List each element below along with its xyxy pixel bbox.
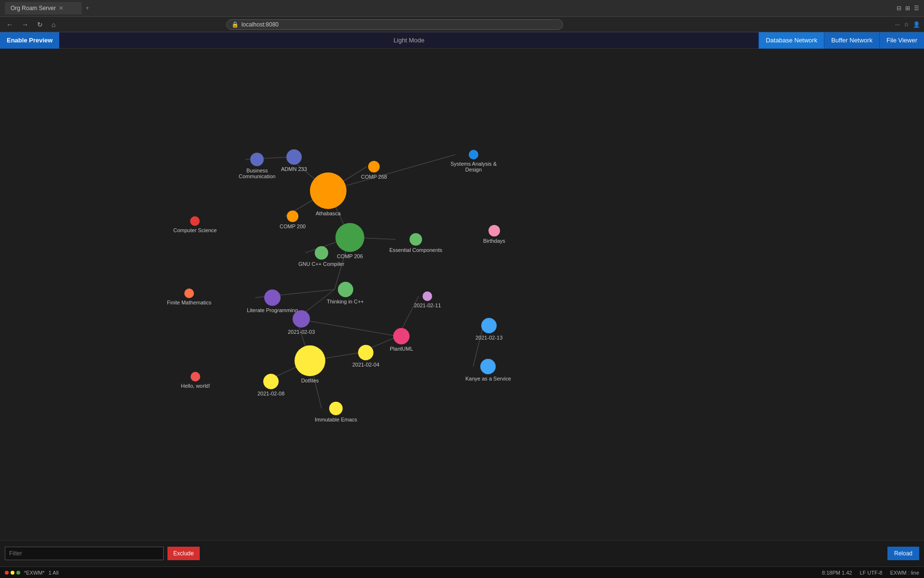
reload-browser-button[interactable]: ↻ (35, 20, 45, 29)
node-hello-world[interactable]: Hello, world! (181, 372, 210, 389)
node-circle-hello-world (191, 372, 200, 381)
status-right: 8:18PM 1.42 LF UTF-8 EXWM : line (822, 570, 919, 576)
node-label-immutable-emacs: Immutable Emacs (315, 417, 357, 422)
toolbar-right: Database Network Buffer Network File Vie… (758, 32, 924, 49)
file-viewer-button[interactable]: File Viewer (879, 32, 924, 49)
split-icon[interactable]: ⊞ (905, 5, 910, 12)
node-label-admn-233: ADMN 233 (281, 166, 307, 172)
node-label-2021-02-13: 2021-02-13 (475, 335, 502, 341)
node-gnu-cpp[interactable]: GNU C++ Compiler (298, 246, 344, 267)
node-label-birthdays: Birthdays (483, 238, 505, 244)
node-circle-immutable-emacs (329, 402, 343, 415)
node-circle-2021-02-03 (293, 310, 310, 328)
bookmark-icon[interactable]: ☆ (904, 21, 909, 28)
node-2021-02-03[interactable]: 2021-02-03 (288, 310, 315, 335)
browser-addressbar: ← → ↻ ⌂ 🔒 localhost:8080 ··· ☆ 👤 (0, 17, 924, 32)
node-circle-birthdays (488, 225, 500, 236)
browser-tab[interactable]: Org Roam Server ✕ (5, 2, 82, 14)
node-2021-02-13[interactable]: 2021-02-13 (475, 318, 502, 341)
dot-red (5, 571, 9, 575)
node-immutable-emacs[interactable]: Immutable Emacs (315, 402, 357, 422)
node-business-communication[interactable]: BusinessCommunication (239, 153, 275, 179)
workspace-name: *EXWM* (24, 570, 45, 576)
node-circle-kanye-as-a-service (480, 359, 496, 374)
status-dots (5, 571, 20, 575)
tab-close-btn[interactable]: ✕ (59, 5, 64, 12)
app-toolbar: Enable Preview Light Mode Database Netwo… (0, 32, 924, 49)
reload-button[interactable]: Reload (887, 547, 919, 560)
node-label-business-communication: BusinessCommunication (239, 168, 275, 179)
node-label-dotfiles: Dotfiles (301, 378, 319, 383)
node-label-computer-science: Computer Science (173, 227, 217, 233)
mode-display: EXWM : line (890, 570, 919, 576)
node-circle-literate-programming (264, 289, 281, 306)
enable-preview-button[interactable]: Enable Preview (0, 32, 59, 49)
node-label-comp-268: COMP 268 (361, 174, 387, 180)
node-label-thinking-in-cpp: Thinking in C++ (327, 299, 364, 304)
more-icon[interactable]: ··· (895, 21, 900, 28)
node-circle-plantuml (393, 328, 410, 344)
node-2021-02-11[interactable]: 2021-02-11 (414, 291, 441, 308)
node-2021-02-08[interactable]: 2021-02-08 (257, 374, 284, 396)
node-circle-athabasca (310, 172, 346, 209)
node-essential-components[interactable]: Essential Components (389, 233, 442, 253)
graph-svg (0, 49, 924, 540)
dot-yellow (11, 571, 14, 575)
node-plantuml[interactable]: PlantUML (390, 328, 413, 352)
node-2021-02-04[interactable]: 2021-02-04 (352, 345, 379, 368)
node-label-systems-analysis: Systems Analysis &Design (450, 161, 497, 172)
node-circle-comp-268 (368, 161, 380, 172)
node-label-2021-02-04: 2021-02-04 (352, 362, 379, 368)
node-circle-finite-mathematics (184, 289, 194, 298)
database-network-button[interactable]: Database Network (758, 32, 824, 49)
node-dotfiles[interactable]: Dotfiles (295, 345, 325, 383)
sidebar-icon[interactable]: ⊟ (897, 5, 901, 12)
node-label-2021-02-03: 2021-02-03 (288, 329, 315, 335)
home-button[interactable]: ⌂ (49, 20, 58, 29)
light-mode-label: Light Mode (394, 37, 424, 44)
node-label-athabasca: Athabasca (316, 210, 341, 216)
menu-icon[interactable]: ☰ (914, 5, 919, 12)
tab-title: Org Roam Server (11, 5, 56, 12)
node-thinking-in-cpp[interactable]: Thinking in C++ (327, 282, 364, 304)
address-box[interactable]: 🔒 localhost:8080 (226, 19, 563, 30)
node-circle-comp-200 (287, 210, 298, 222)
back-button[interactable]: ← (4, 20, 15, 29)
node-circle-computer-science (190, 216, 200, 226)
node-label-essential-components: Essential Components (389, 247, 442, 253)
node-athabasca[interactable]: Athabasca (310, 172, 346, 216)
node-circle-essential-components (410, 233, 422, 246)
node-birthdays[interactable]: Birthdays (483, 225, 505, 244)
node-circle-2021-02-11 (423, 291, 432, 301)
browser-menu-icons: ⊟ ⊞ ☰ (897, 5, 919, 12)
time-display: 8:18PM 1.42 (822, 570, 852, 576)
node-circle-2021-02-08 (263, 374, 279, 389)
node-computer-science[interactable]: Computer Science (173, 216, 217, 233)
buffer-network-button[interactable]: Buffer Network (824, 32, 879, 49)
node-finite-mathematics[interactable]: Finite Mathematics (167, 289, 211, 305)
node-circle-gnu-cpp (315, 246, 328, 260)
node-circle-systems-analysis (469, 150, 478, 159)
node-kanye-as-a-service[interactable]: Kanye as a Service (465, 359, 511, 381)
node-comp-200[interactable]: COMP 200 (280, 210, 306, 229)
exclude-button[interactable]: Exclude (167, 547, 200, 560)
all-label: 1 All (49, 570, 59, 576)
node-literate-programming[interactable]: Literate Programming (247, 289, 298, 313)
node-circle-business-communication (250, 153, 264, 166)
node-circle-thinking-in-cpp (338, 282, 353, 297)
svg-line-3 (328, 155, 455, 191)
status-bar: *EXWM* 1 All 8:18PM 1.42 LF UTF-8 EXWM :… (0, 566, 924, 578)
node-label-gnu-cpp: GNU C++ Compiler (298, 261, 344, 267)
account-icon[interactable]: 👤 (913, 21, 920, 28)
node-circle-2021-02-13 (481, 318, 497, 333)
node-label-2021-02-11: 2021-02-11 (414, 302, 441, 308)
node-label-hello-world: Hello, world! (181, 383, 210, 389)
filter-input[interactable] (5, 547, 164, 560)
dot-green (16, 571, 20, 575)
node-admn-233[interactable]: ADMN 233 (281, 149, 307, 172)
node-comp-268[interactable]: COMP 268 (361, 161, 387, 180)
node-systems-analysis[interactable]: Systems Analysis &Design (450, 150, 497, 172)
node-circle-dotfiles (295, 345, 325, 376)
forward-button[interactable]: → (19, 20, 31, 29)
new-tab-btn[interactable]: + (86, 5, 89, 12)
